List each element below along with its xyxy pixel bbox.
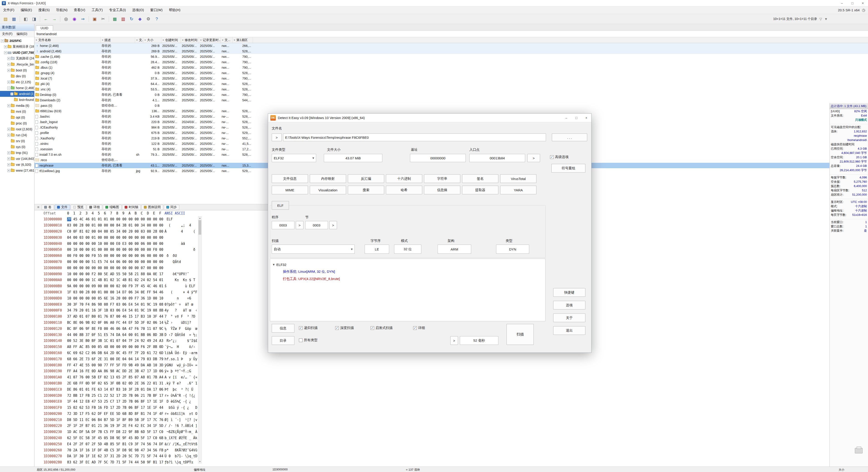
collapse-icon[interactable]: − — [1, 39, 4, 42]
expand-icon[interactable]: + — [7, 134, 10, 137]
scan-method-select[interactable]: 自动 — [272, 245, 355, 254]
hex-row[interactable]: 1D300013044 00 8B 37 0F 51 E5 74 DA 64 0… — [43, 332, 203, 338]
hex-ascii[interactable]: ¨ÿ¬… H ö/‹ — [164, 345, 197, 349]
close-button[interactable]: × — [858, 0, 868, 6]
hex-row[interactable]: 1D300014000 52 3E B0 BF 3B 1C 01 07 04 7… — [43, 338, 203, 344]
tool-button-搜索[interactable]: 搜索 — [348, 186, 384, 194]
back-icon[interactable]: ← — [42, 15, 50, 23]
hex-ascii[interactable]: ƒb?ì­ \}q_tDPŸ± — [164, 460, 195, 464]
hex-row[interactable]: 1D300004000 00 00 00 00 10 00 00 E0 E3 0… — [43, 240, 203, 247]
column-header[interactable]: ▼修改时间 — [181, 37, 199, 43]
clipboard-icon[interactable]: ▣ — [91, 15, 98, 23]
hex-row[interactable]: 1D300003004 00 03 00 01 00 00 00 00 00 0… — [43, 234, 203, 240]
tab-elf[interactable]: ELF — [272, 201, 289, 210]
hex-ascii[interactable]: .kÿ Ÿ e? .6" 1 — [164, 381, 197, 385]
hex-row[interactable]: 1D3000020C0 0F 81 02 00 04 00 05 34 00 2… — [43, 229, 203, 235]
hex-row[interactable]: 1D30001D072 BB 17 FB 25 C1 22 52 17 2D 7… — [43, 392, 203, 399]
table-row[interactable]: .pass (0)曾经存在...0 B — [34, 103, 868, 108]
mode-tab-预览[interactable]: 预览 — [71, 205, 86, 210]
hex-row[interactable]: 1D3000190FF A4 16 FE 0D AA 86 98 AC DD 2… — [43, 368, 203, 374]
hex-row[interactable]: 1D300026070 2A 1F 16 1F DF 4B C5 3F D8 9… — [43, 447, 203, 453]
选项-button[interactable]: 选项 — [553, 301, 585, 309]
expand-icon[interactable]: + — [7, 104, 10, 107]
hex-ascii[interactable]: àã — [164, 242, 197, 246]
tool-button-mime[interactable]: MIME — [272, 186, 308, 194]
hex-bytes[interactable]: 1F 03 00 28 00 01 00 00 14 D7 06 34 0E F… — [67, 290, 164, 294]
hex-row[interactable]: 1D30000007F 45 4C 46 01 01 01 00 00 00 0… — [43, 216, 203, 223]
tool-button-签名[interactable]: 签名 — [462, 174, 498, 183]
hex-bytes[interactable]: 34 79 20 01 16 3F 1B 03 06 E4 54 01 9C 1… — [67, 308, 164, 313]
hex-row[interactable]: 1D3000150A8 FF AC 85 00 05 48 00 00 09 0… — [43, 344, 203, 350]
printer-icon[interactable] — [855, 448, 863, 453]
menu-item[interactable]: 搜索(S) — [35, 6, 53, 14]
hex-bytes[interactable]: 00 F0 00 00 F0 55 00 00 00 00 00 00 06 0… — [67, 254, 164, 258]
tool-button-virustotal[interactable]: VirusTotal — [500, 174, 536, 183]
hex-ascii[interactable]: Þ† þc ³ ?( Ú — [164, 387, 197, 391]
tree-item[interactable]: +android (2,468) — [0, 91, 34, 97]
expand-icon[interactable]: + — [7, 151, 10, 154]
hex-bytes[interactable]: 62 5F EC 58 3F 45 05 D8 9E 9F 45 8D 5F 1… — [67, 436, 164, 440]
hex-bytes[interactable]: 70 2A 1F 16 1F DF 4B C5 3F D8 9E 98 47 3… — [67, 448, 164, 452]
expand-icon[interactable]: + — [7, 57, 10, 60]
hex-row[interactable]: 1D30001F015 02 62 53 FB 16 FD 17 2D 7B 0… — [43, 405, 203, 411]
scissors-icon[interactable]: ✂ — [99, 15, 107, 23]
hex-bytes[interactable]: 68 66 2E 73 6F 2E 31 00 DE 04 04 14 79 0… — [67, 357, 164, 361]
hex-row[interactable]: 1D300005000 10 00 00 01 00 00 00 00 00 0… — [43, 247, 203, 253]
hex-ascii[interactable]: Ú 0 b71- \}q_tD — [164, 454, 197, 458]
dialog-minimize-button[interactable]: – — [561, 114, 571, 122]
menu-icon[interactable]: ≡ — [36, 205, 41, 209]
table-row[interactable]: .dbus (1)存在的462 B2025/05/...2025/05/...2… — [34, 65, 868, 70]
tree-item[interactable]: +.Recycle_bin (3) — [0, 61, 34, 67]
scan-button[interactable]: 扫描 — [506, 324, 534, 345]
hex-row[interactable]: 1D300020072 3D 17 F5 62 DF EF EE 5D 6B 8… — [43, 411, 203, 417]
hex-bytes[interactable]: 00 10 00 00 01 00 00 00 00 00 00 00 00 0… — [67, 247, 164, 252]
tree-item[interactable]: +案例根目录 (187,788) — [0, 44, 34, 50]
tool-button-visualization[interactable]: Visualization — [310, 186, 346, 194]
hex-ascii[interactable]: ò€^­UPX!ˆ — [164, 272, 195, 276]
hex-ascii[interactable]: D ‹7 QåtÚd » ½; — [164, 333, 197, 337]
dialog-maximize-button[interactable]: □ — [571, 114, 581, 122]
menu-item[interactable]: 专业工具(I) — [106, 6, 129, 14]
hex-ascii[interactable]: K± K± $ T — [164, 278, 197, 282]
hex-ascii[interactable]: ÿ¤ þ ª†˜¬Ý.;G — [164, 369, 197, 373]
tree-item[interactable]: +run (24) — [0, 132, 34, 138]
hex-row[interactable]: 1D30001E01F 44 12 E8 47 53 25 C7 17 2D 7… — [43, 399, 203, 405]
hex-row[interactable]: 1D30000D010 00 00 00 00 05 6E 16 20 00 0… — [43, 295, 203, 301]
hex-ascii[interactable]: p* ßKÅ?Øž˜G4Vû — [164, 448, 197, 452]
tool-button-内存映射[interactable]: 内存映射 — [310, 174, 346, 183]
tool-button-提取器[interactable]: 提取器 — [462, 186, 498, 194]
expand-icon[interactable]: + — [4, 45, 7, 48]
tree-item[interactable]: lost+found (0) — [0, 97, 34, 103]
hex-bytes[interactable]: 44 00 8B 37 0F 51 E5 74 DA 64 00 01 BB 0… — [67, 333, 164, 337]
column-header[interactable]: ▼文件名称 — [34, 37, 101, 43]
tool-button-文件信息[interactable]: 文件信息 — [272, 174, 308, 183]
hex-ascii[interactable]: b_ìX?E ØžŸE _ Àk — [164, 436, 197, 440]
column-header[interactable]: ▼大小 — [143, 37, 161, 43]
column-header[interactable]: ▼第1扇区 — [232, 37, 253, 43]
file-type-select[interactable]: ELF32 — [272, 154, 316, 162]
filter-settings-icon[interactable]: ▼ — [824, 17, 828, 21]
hex-ascii[interactable]: ÿGNU wÿ_ý›IÚ« = — [164, 363, 197, 367]
menu-item[interactable]: 工具(T) — [88, 6, 106, 14]
scroll-up-icon[interactable]: ▲ — [198, 216, 202, 220]
hex-bytes[interactable]: 10 00 00 00 00 05 6E 16 20 00 09 F7 36 1… — [67, 296, 164, 300]
hex-row[interactable]: 1D3000120BC 8F 06 9F 8E F8 00 46 06 0A 4… — [43, 326, 203, 332]
open-file-button[interactable]: > — [272, 134, 282, 141]
hex-bytes[interactable]: 30 3F 70 F4 86 98 08 F7 03 06 E4 54 01 9… — [67, 302, 164, 306]
hex-bytes[interactable]: 37 AD 01 07 B0 01 76 87 00 46 15 17 B3 1… — [67, 315, 164, 319]
hex-row[interactable]: 1D30001B02E 6B FF 0D 9F 02 65 3F 0B 02 0… — [43, 380, 203, 386]
hex-ascii[interactable]: š ù ELF — [164, 284, 197, 288]
tree-item[interactable]: +boot (0) — [0, 67, 34, 73]
hex-ascii[interactable]: À 4 ( — [164, 229, 197, 234]
tree-item[interactable]: +var (6,320) — [0, 161, 34, 168]
mode-tab-缩略图[interactable]: 缩略图 — [103, 205, 122, 210]
column-header[interactable]: ▼文... — [135, 37, 143, 43]
mode-tab-文件[interactable]: 文件 — [55, 205, 70, 210]
all-types-checkbox[interactable]: 所有类型 — [299, 338, 317, 342]
hex-row[interactable]: 1D3000210D8 5D 11 EC 06 B4 B7 5D 1F 8F B… — [43, 417, 203, 423]
hex-bytes[interactable]: 72 BB 17 FB 25 C1 22 52 17 2D 7B 06 21 7… — [67, 393, 164, 397]
hex-ascii[interactable]: ( × 4 ÿ”F — [164, 290, 197, 294]
forward-icon[interactable]: → — [51, 15, 58, 23]
menu-item[interactable]: 文件(F) — [0, 6, 18, 14]
hex-bytes[interactable]: BC 8E 06 9B 02 0F 06 A0 FC 44 EF 5D 3F 0… — [67, 321, 164, 325]
